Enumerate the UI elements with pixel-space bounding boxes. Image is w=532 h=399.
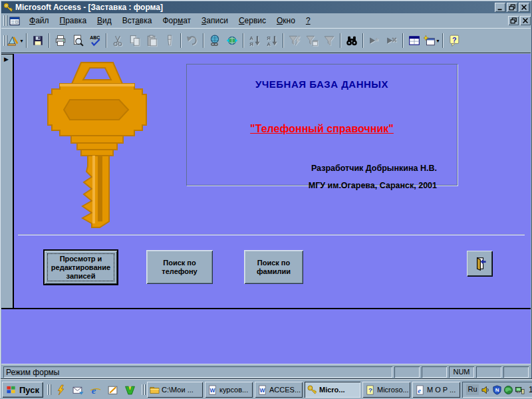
print-preview-button[interactable] bbox=[69, 33, 86, 49]
taskbar-grip[interactable] bbox=[47, 384, 49, 395]
toolbar-separator bbox=[203, 33, 204, 48]
paste-icon bbox=[146, 35, 158, 47]
organization-line: МГУ им.Огарева, Саранск, 2001 bbox=[187, 181, 457, 190]
ie-doc-icon: e bbox=[415, 385, 425, 395]
status-indicator-empty bbox=[422, 366, 447, 378]
exit-button[interactable] bbox=[467, 251, 492, 276]
start-label: Пуск bbox=[19, 385, 39, 395]
word-icon: W bbox=[257, 385, 267, 395]
apply-filter-icon bbox=[323, 35, 335, 47]
task-mop[interactable]: eM O P ... bbox=[412, 382, 460, 398]
new-object-button[interactable]: ▾ bbox=[423, 33, 440, 49]
save-button[interactable] bbox=[29, 33, 47, 49]
restore-button[interactable] bbox=[507, 3, 517, 12]
word-icon: W bbox=[207, 385, 217, 395]
task-access-doc[interactable]: WACCES... bbox=[255, 382, 303, 398]
exit-door-icon bbox=[472, 256, 487, 271]
find-button[interactable] bbox=[343, 33, 360, 49]
task-my-documents[interactable]: C:\Мои ... bbox=[147, 382, 203, 398]
help-button[interactable]: ? bbox=[446, 33, 463, 49]
svg-text:А: А bbox=[267, 41, 271, 47]
detail-footer-divider bbox=[1, 308, 531, 309]
form-system-icon[interactable] bbox=[9, 16, 20, 26]
menu-item-insert[interactable]: Вставка bbox=[117, 15, 158, 27]
dropdown-arrow-icon[interactable]: ▾ bbox=[20, 38, 23, 44]
toolbar-separator bbox=[402, 33, 404, 48]
menu-item-records[interactable]: Записи bbox=[196, 15, 233, 27]
tray-network-computer-icon[interactable] bbox=[515, 385, 525, 395]
toolbar-separator bbox=[362, 33, 364, 48]
quick-launch-show-desktop-icon[interactable] bbox=[104, 382, 120, 398]
menu-item-help[interactable]: ? bbox=[301, 15, 316, 27]
menu-item-file[interactable]: Файл bbox=[24, 15, 55, 27]
cut-icon bbox=[112, 35, 124, 47]
folder-icon bbox=[150, 385, 160, 395]
menu-item-tools[interactable]: Сервис bbox=[233, 15, 271, 27]
form-view-button[interactable]: ▾ bbox=[7, 33, 24, 49]
menubar-grip[interactable] bbox=[3, 15, 5, 26]
svg-text:А: А bbox=[249, 35, 253, 41]
tray-globe-icon[interactable] bbox=[503, 385, 513, 395]
web-toolbar-button[interactable] bbox=[223, 33, 241, 49]
paste-button bbox=[144, 33, 161, 49]
microsoft-access-window: Microsoft Access - [Заставка : форма] > … bbox=[0, 0, 532, 399]
record-selector-bar[interactable]: ▶ bbox=[1, 54, 14, 308]
quick-launch-internet-explorer-icon[interactable]: e bbox=[87, 382, 103, 398]
svg-text:?: ? bbox=[368, 386, 372, 394]
spelling-button[interactable]: ABC bbox=[86, 33, 104, 49]
new-record-button: * bbox=[366, 33, 383, 49]
view-edit-records-button[interactable]: Просмотр и редактирование записей bbox=[43, 249, 118, 285]
quick-launch-lightning-icon[interactable] bbox=[53, 382, 68, 398]
quick-launch-green-v-icon[interactable] bbox=[122, 382, 138, 398]
insert-hyperlink-button[interactable] bbox=[206, 33, 223, 49]
system-tray: Ru N 15:57 bbox=[462, 382, 532, 398]
svg-text:N: N bbox=[495, 387, 499, 393]
task-ms-access[interactable]: Micro... bbox=[305, 382, 360, 398]
child-close-button[interactable] bbox=[520, 16, 531, 25]
menu-item-window[interactable]: Окно bbox=[271, 15, 301, 27]
undo-button bbox=[184, 33, 201, 49]
menu-item-view[interactable]: Вид bbox=[92, 15, 117, 27]
copy-button bbox=[126, 33, 144, 49]
minimize-button[interactable]: > bbox=[495, 3, 505, 12]
search-by-surname-button[interactable]: Поиск по фамилии bbox=[244, 250, 303, 284]
new-record-icon: * bbox=[368, 35, 380, 47]
task-help[interactable]: ?Microso... bbox=[362, 382, 410, 398]
svg-text:W: W bbox=[210, 387, 215, 394]
svg-text:e: e bbox=[418, 386, 421, 394]
key-image bbox=[40, 61, 154, 228]
undo-icon bbox=[186, 35, 198, 47]
status-indicator-empty bbox=[503, 366, 529, 378]
windows-logo-icon bbox=[6, 385, 17, 395]
quick-launch-mail-icon[interactable] bbox=[70, 382, 86, 398]
print-preview-icon bbox=[72, 35, 84, 47]
status-indicator-empty bbox=[476, 366, 501, 378]
database-subtitle: "Телефонный справочник" bbox=[187, 123, 457, 135]
child-restore-button[interactable] bbox=[508, 16, 519, 25]
database-window-button[interactable] bbox=[406, 33, 423, 49]
menu-bar: ФайлПравкаВидВставкаФорматЗаписиСервисОк… bbox=[1, 13, 531, 29]
format-painter-button bbox=[161, 33, 178, 49]
status-mode-text: Режим формы bbox=[3, 366, 392, 378]
menu-item-edit[interactable]: Правка bbox=[55, 15, 92, 27]
form-area: ▶ УЧЕБНАЯ БАЗА ДАННЫХ "Телефонный справо… bbox=[1, 54, 531, 364]
print-button[interactable] bbox=[52, 33, 69, 49]
author-line: Разработчик Добрынкина Н.В. bbox=[187, 164, 457, 173]
task-kursov[interactable]: Wкурсов... bbox=[205, 382, 253, 398]
database-title: УЧЕБНАЯ БАЗА ДАННЫХ bbox=[187, 78, 457, 90]
start-button[interactable]: Пуск bbox=[2, 382, 43, 398]
dropdown-arrow-icon[interactable]: ▾ bbox=[436, 38, 439, 44]
menu-item-format[interactable]: Формат bbox=[157, 15, 196, 27]
filter-by-selection-icon bbox=[289, 35, 301, 47]
sort-descending-button: ЯА bbox=[263, 33, 281, 49]
svg-text:?: ? bbox=[452, 36, 457, 44]
language-indicator[interactable]: Ru bbox=[466, 384, 479, 395]
svg-text:W: W bbox=[260, 387, 265, 394]
filter-by-form-icon bbox=[306, 35, 318, 47]
tray-volume-icon[interactable] bbox=[481, 385, 491, 395]
tray-norton-shield-icon[interactable]: N bbox=[492, 385, 502, 395]
taskbar-grip-2[interactable] bbox=[142, 384, 144, 395]
close-button[interactable] bbox=[519, 3, 529, 12]
search-by-phone-button[interactable]: Поиск по телефону bbox=[146, 250, 213, 284]
toolbar-grip[interactable] bbox=[3, 35, 5, 46]
